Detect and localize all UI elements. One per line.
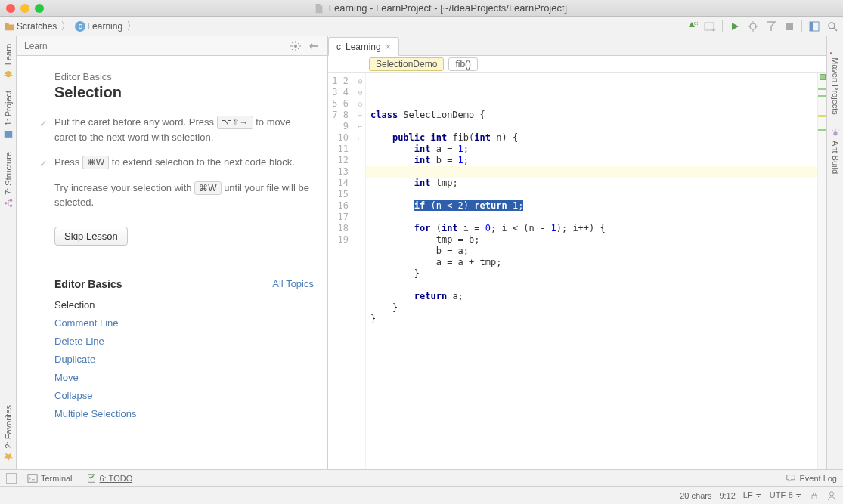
right-tool-gutter: m Maven Projects Ant Build [826,36,843,486]
stripe-mark[interactable] [818,115,826,117]
status-bar: 20 chars 9:12 LF ≑ UTF-8 ≑ [0,486,843,504]
folder-icon [5,22,15,31]
stripe-mark[interactable] [818,95,826,97]
traffic-lights [6,4,44,13]
tool-todo[interactable]: 6: TODO [86,473,133,484]
lesson-link[interactable]: Move [54,372,314,383]
analysis-ok-icon [820,74,826,80]
lesson-step-text: Try increase your selection with ⌘W unti… [54,182,309,209]
svg-rect-9 [810,22,813,31]
hide-icon[interactable] [308,40,320,52]
run-config-dropdown[interactable] [704,20,716,32]
code-editor[interactable]: 1 2 3 4 5 6 7 8 9 10 11 12 13 14 15 16 1… [328,73,826,486]
tool-ant[interactable]: Ant Build [829,122,842,178]
fold-gutter[interactable]: ⊖ ⊖ ⊖ ⌐ ⌐ ⌐ [355,73,366,486]
lesson-link[interactable]: Multiple Selections [54,408,314,419]
check-icon: ✓ [39,156,48,172]
gear-icon[interactable] [290,40,302,52]
separator [722,20,723,32]
star-icon [3,451,14,462]
learn-panel-header: Learn [17,36,327,56]
keyboard-shortcut: ⌘W [194,181,221,195]
stop-icon[interactable] [783,20,795,32]
code-content[interactable]: class SelectionDemo { public int fib(int… [366,73,817,486]
tool-favorites[interactable]: 2: Favorites [2,400,15,466]
learn-panel-title: Learn [24,41,48,51]
breadcrumb-item[interactable]: Scratches [17,21,57,32]
ant-icon [830,127,841,138]
svg-rect-7 [786,23,793,30]
skip-lesson-button[interactable]: Skip Lesson [54,227,128,246]
svg-line-11 [834,28,837,31]
tool-learn[interactable]: Learn [2,39,15,83]
lesson-link[interactable]: Delete Line [54,335,314,347]
status-chars: 20 chars [680,491,711,500]
structure-icon [3,197,14,208]
search-icon[interactable] [826,20,838,32]
breadcrumb-item[interactable]: Learning [87,21,122,32]
svg-rect-1 [705,23,714,30]
svg-point-10 [829,23,835,29]
layout-icon[interactable] [808,20,820,32]
keyboard-shortcut: ⌥⇧→ [217,116,253,129]
minimize-icon[interactable] [20,4,29,13]
todo-icon [86,473,97,484]
svg-text:01: 01 [694,21,698,26]
check-icon: ✓ [39,116,48,131]
editor-area: c Learning × SelectionDemo fib() 1 2 3 4… [328,36,826,486]
lesson-step-text: Put the caret before any word. Press ⌥⇧→… [54,116,290,143]
lesson-link[interactable]: Comment Line [54,317,314,329]
tool-structure[interactable]: 7: Structure [2,147,15,213]
breadcrumb-chip[interactable]: SelectionDemo [369,57,444,71]
editor-tabs: c Learning × [328,36,826,56]
status-caret-position[interactable]: 9:12 [719,491,735,500]
error-stripe[interactable] [817,73,826,486]
editor-tab-label: Learning [346,42,381,52]
chevron-right-icon: 〉 [58,20,73,33]
run-icon[interactable] [729,20,741,32]
breadcrumb[interactable]: Scratches 〉 c Learning 〉 [5,20,139,33]
build-icon[interactable]: 01 [686,20,698,32]
hector-icon[interactable] [826,490,837,501]
tool-project[interactable]: 1: Project [2,86,15,144]
svg-rect-12 [4,131,12,138]
editor-tab[interactable]: c Learning × [328,37,399,56]
all-topics-link[interactable]: All Topics [272,278,314,289]
lesson-step-text: Press ⌘W to extend selection to the next… [54,156,295,168]
status-line-ending[interactable]: LF ≑ [743,490,762,500]
lesson-link[interactable]: Duplicate [54,354,314,365]
speech-icon [786,473,796,484]
stripe-mark[interactable] [818,88,826,90]
left-tool-gutter: Learn 1: Project 7: Structure 2: Favorit… [0,36,17,486]
chevron-right-icon: 〉 [124,20,139,33]
debug-icon[interactable] [747,20,759,32]
line-number-gutter: 1 2 3 4 5 6 7 8 9 10 11 12 13 14 15 16 1… [328,73,355,486]
editor-breadcrumb: SelectionDemo fib() [328,56,826,73]
lesson-link[interactable]: Collapse [54,390,314,401]
file-icon [314,3,324,14]
coverage-icon[interactable] [765,20,777,32]
close-icon[interactable] [6,4,15,13]
tool-window-toggle-icon[interactable] [6,473,17,484]
svg-rect-21 [812,495,817,499]
tool-terminal[interactable]: Terminal [27,473,73,484]
lock-icon[interactable] [810,491,819,500]
tool-maven[interactable]: m Maven Projects [829,39,842,119]
svg-rect-19 [28,474,37,482]
window-title: Learning - LearnProject - [~/IdeaProject… [44,2,837,14]
class-icon: c [336,42,341,52]
lesson-category: Editor Basics [54,71,314,82]
lesson-title: Selection [54,84,314,101]
keyboard-shortcut: ⌘W [82,156,109,169]
window-titlebar: Learning - LearnProject - [~/IdeaProject… [0,0,843,17]
status-encoding[interactable]: UTF-8 ≑ [770,490,802,500]
svg-point-22 [829,491,833,495]
separator [801,20,802,32]
navigation-toolbar: Scratches 〉 c Learning 〉 01 [0,17,843,36]
event-log-button[interactable]: Event Log [786,473,837,484]
maximize-icon[interactable] [35,4,44,13]
close-tab-icon[interactable]: × [386,41,392,52]
stripe-mark[interactable] [818,129,826,131]
breadcrumb-chip[interactable]: fib() [448,57,478,71]
terminal-icon [27,473,38,484]
